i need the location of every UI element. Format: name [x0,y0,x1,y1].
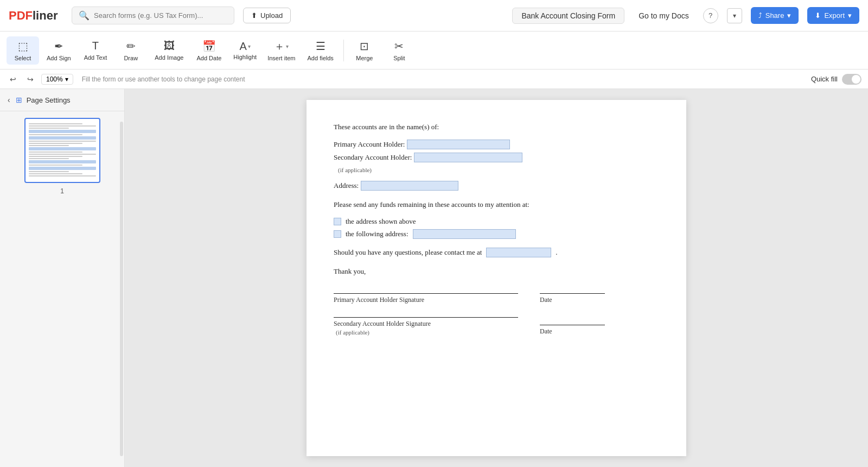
highlight-arrow-icon: ▾ [248,43,251,49]
contact-section: Should you have any questions, please co… [334,248,659,257]
logo[interactable]: PDF liner [9,9,63,23]
logo-liner: liner [33,9,58,23]
doc-page: These accounts are in the name(s) of: Pr… [307,100,686,456]
topbar: PDF liner 🔍 ⬆ Upload Bank Account Closin… [0,0,868,31]
checkbox-following-address[interactable] [334,230,341,238]
share-icon: ⤴ [758,11,762,20]
share-button[interactable]: ⤴ Share ▾ [751,7,799,24]
checkbox-address-above-row: the address shown above [334,217,659,226]
quick-fill-control: Quick fill [811,74,861,85]
if-applicable-note-2: (if applicable) [336,329,518,336]
chevron-button[interactable]: ▾ [727,8,742,23]
draw-icon: ✏ [126,40,136,53]
add-sign-tool[interactable]: ✒ Add Sign [41,36,76,65]
sig-line-secondary [334,317,518,318]
sig-label-primary: Primary Account Holder Signature [334,295,518,304]
date-field-2: Date [540,325,605,336]
statusbar: ↩ ↪ 100% ▾ Fill the form or use another … [0,70,868,89]
zoom-control[interactable]: 100% ▾ [41,74,73,85]
contact-row: Should you have any questions, please co… [334,248,659,257]
export-icon: ⬇ [815,11,821,20]
quick-fill-toggle[interactable] [842,74,861,85]
select-tool[interactable]: ⬚ Select [7,36,39,65]
share-chevron-icon: ▾ [787,11,791,20]
address-row: Address: [334,181,659,191]
add-fields-tool[interactable]: ☰ Add fields [302,36,339,65]
add-fields-icon: ☰ [316,40,326,53]
upload-button[interactable]: ⬆ Upload [243,8,291,23]
merge-icon: ⊡ [360,40,369,53]
checkbox-address-above-label: the address shown above [346,217,416,226]
hint-text: Fill the form or use another tools to ch… [82,75,245,83]
address-input[interactable] [361,181,458,191]
doc-area[interactable]: These accounts are in the name(s) of: Pr… [125,89,868,467]
sig-label-secondary: Secondary Account Holder Signature [334,319,518,328]
funds-text: Please send any funds remaining in these… [334,199,659,211]
add-image-icon: 🖼 [164,40,175,52]
insert-item-tool[interactable]: ＋ ▾ Insert item [263,36,299,65]
merge-tool[interactable]: ⊡ Merge [348,36,381,65]
secondary-holder-label: Secondary Account Holder: [334,153,412,162]
add-date-tool[interactable]: 📅 Add Date [191,36,227,65]
checkbox-address-above[interactable] [334,218,341,225]
funds-section: Please send any funds remaining in these… [334,199,659,239]
following-address-input[interactable] [413,229,516,239]
content-area: ‹ ⊞ Page Settings [0,89,868,467]
signature-section: Primary Account Holder Signature Date Se… [334,293,659,336]
date-line-2 [540,325,605,325]
primary-holder-label: Primary Account Holder: [334,140,405,149]
logo-pdf: PDF [9,9,33,23]
help-button[interactable]: ? [703,8,718,23]
checkbox-following-address-row: the following address: [334,229,659,239]
primary-holder-row: Primary Account Holder: [334,140,659,149]
page-settings-icon: ⊞ [16,96,22,104]
search-input[interactable] [94,11,227,20]
secondary-holder-input[interactable] [414,153,522,162]
form-text-accounts: These accounts are in the name(s) of: [334,122,659,133]
app-container: PDF liner 🔍 ⬆ Upload Bank Account Closin… [0,0,868,467]
thank-you-text: Thank you, [334,266,659,277]
undo-button[interactable]: ↩ [7,74,20,85]
insert-arrow-icon: ▾ [286,43,289,49]
contact-input[interactable] [486,248,551,257]
page-thumbnails: 1 [7,118,118,195]
upload-icon: ⬆ [251,11,257,20]
split-tool[interactable]: ✂ Split [383,36,416,65]
checkbox-following-label: the following address: [346,230,409,238]
page-thumbnail-1[interactable] [24,118,100,183]
sig-field-secondary: Secondary Account Holder Signature (if a… [334,317,518,336]
sidebar: ‹ ⊞ Page Settings [0,89,125,467]
secondary-holder-row: Secondary Account Holder: [334,153,659,162]
date-field-1: Date [540,293,605,304]
highlight-tool[interactable]: A ▾ Highlight [229,37,261,64]
search-bar[interactable]: 🔍 [72,7,234,24]
export-button[interactable]: ⬇ Export ▾ [807,7,859,24]
redo-button[interactable]: ↪ [24,74,37,85]
add-date-icon: 📅 [202,40,216,53]
sig-row-1: Primary Account Holder Signature Date [334,293,659,304]
add-text-icon: T [92,40,99,52]
highlight-icon: A [240,40,247,53]
sig-line-primary [334,293,518,294]
date-label-1: Date [540,295,605,304]
add-text-tool[interactable]: T Add Text [79,36,113,64]
page-settings-label: Page Settings [27,96,71,104]
goto-docs-button[interactable]: Go to my Docs [633,8,694,23]
select-icon: ⬚ [18,40,28,53]
quick-fill-label: Quick fill [811,75,838,83]
doc-title: Bank Account Closing Form [512,8,624,24]
sidebar-scrollbar[interactable] [120,122,123,456]
add-image-tool[interactable]: 🖼 Add Image [149,36,189,64]
address-label: Address: [334,181,359,190]
primary-holder-input[interactable] [407,140,510,149]
date-label-2: Date [540,326,605,336]
search-icon: 🔍 [79,10,90,21]
insert-icon: ＋ [274,39,285,54]
toolbar-separator [343,40,344,61]
draw-tool[interactable]: ✏ Draw [114,36,147,65]
sidebar-header: ‹ ⊞ Page Settings [0,89,124,111]
export-chevron-icon: ▾ [848,11,852,20]
sidebar-content: 1 [0,111,124,467]
sig-row-2: Secondary Account Holder Signature (if a… [334,317,659,336]
collapse-sidebar-button[interactable]: ‹ [7,94,11,105]
